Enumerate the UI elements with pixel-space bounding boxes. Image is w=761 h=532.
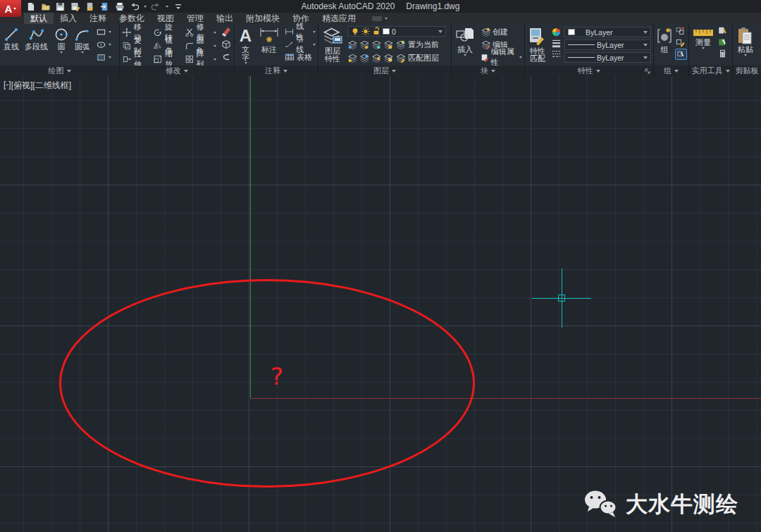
layer-properties-tool[interactable]: 图层特性 [321,26,345,63]
arc-dropdown-icon[interactable] [81,51,84,54]
object-color-combo[interactable]: ByLayer [564,27,651,37]
quick-select-icon[interactable] [717,37,728,47]
set-current-button[interactable]: 置为当前 [408,39,439,50]
panel-annotate: A 文字 标注 线性 引线 [235,24,318,76]
panel-label-layers[interactable]: 图层 [318,66,451,76]
panel-clipboard: 粘贴 剪贴板 [733,24,761,76]
rectangle-tool[interactable] [96,26,111,37]
tab-output[interactable]: 输出 [210,13,240,24]
leader-tool[interactable]: 引线 [285,39,316,50]
circle-dropdown-icon[interactable] [60,51,63,54]
save-icon[interactable] [55,1,66,11]
tab-insert[interactable]: 插入 [54,13,83,24]
drawing-canvas[interactable]: [-] [俯视] [二维线框] ? 大水牛测绘 [0,76,761,532]
plot-stamp-icon[interactable] [85,1,95,11]
group-tool[interactable]: 组 [655,26,674,54]
layer-off-icon[interactable] [347,40,357,49]
erase-icon[interactable] [221,26,232,37]
ribbon-tab-bar: 默认 插入 注释 参数化 视图 管理 输出 附加模块 协作 精选应用 [0,13,761,24]
match-layer-icon[interactable] [395,54,405,63]
edit-attributes-tool[interactable]: 编辑属性 [481,51,522,63]
group-selection-toggle[interactable] [675,49,687,60]
layer-isolate-icon[interactable] [359,40,369,49]
tab-addins[interactable]: 附加模块 [240,13,286,24]
viewport-minimize-control[interactable]: [-] [4,80,11,92]
qat-customize-icon[interactable] [173,1,183,11]
panel-label-modify[interactable]: 修改 [120,66,234,76]
panel-label-block[interactable]: 块 [452,66,524,76]
ungroup-icon[interactable] [675,26,687,36]
dimension-tool[interactable]: 标注 [257,26,281,54]
match-layer-button[interactable]: 匹配图层 [408,52,439,63]
redo-icon[interactable] [151,1,161,11]
properties-dialog-launcher-icon[interactable] [645,68,650,74]
text-tool[interactable]: A 文字 [237,26,254,65]
color-wheel-icon[interactable] [551,27,562,37]
layer-thaw-sun-icon [361,27,370,36]
quick-calc-icon[interactable] [717,49,728,58]
create-block-tool[interactable]: 创建 [481,26,522,37]
layer-freeze-icon[interactable] [371,40,380,49]
tab-home[interactable]: 默认 [24,13,54,24]
stretch-tool[interactable]: 拉伸 [122,54,149,65]
hatch-tool[interactable] [96,51,111,63]
layer-select-combo[interactable]: 0 [347,26,446,37]
match-properties-tool[interactable]: 特性匹配 [527,26,548,63]
viewport-visual-style-control[interactable]: [二维线框] [32,80,71,92]
ribbon-display-toggle[interactable] [372,13,388,24]
undo-icon[interactable] [129,1,140,11]
open-file-icon[interactable] [40,1,51,11]
panel-label-group[interactable]: 组 [654,66,688,76]
paste-tool[interactable]: 粘贴 [736,26,755,57]
point-style-icon[interactable] [717,26,728,36]
undo-dropdown-icon[interactable] [144,6,147,8]
circle-tool[interactable]: 圆 [52,26,70,54]
array-tool[interactable]: 阵列 [185,54,216,65]
drawn-ellipse[interactable] [59,279,475,488]
linetype-icon[interactable] [551,49,562,58]
join-icon[interactable] [221,51,232,63]
layer-freeze-all-icon[interactable] [371,54,380,63]
viewport-view-control[interactable]: [俯视] [11,80,33,92]
linetype-combo[interactable]: ByLayer [564,52,651,63]
panel-label-clipboard[interactable]: 剪贴板 [733,66,761,76]
tab-annotate[interactable]: 注释 [83,13,113,24]
table-tool[interactable]: 表格 [285,51,316,63]
polyline-tool[interactable]: 多段线 [23,26,49,51]
publish-icon[interactable] [99,1,110,11]
lineweight-icon[interactable] [551,39,562,48]
panel-layers: 图层特性 0 置为当前 [318,24,452,76]
layer-unlock-all-icon[interactable] [383,54,392,63]
measure-tool[interactable]: 测量 [691,26,715,50]
group-edit-icon[interactable] [675,37,687,47]
save-as-icon[interactable] [70,1,80,11]
text-icon: A [240,27,252,45]
explode-icon[interactable] [221,39,232,50]
lineweight-sample [568,44,595,45]
redo-dropdown-icon[interactable] [166,6,168,8]
panel-label-draw[interactable]: 绘图 [0,66,119,76]
panel-modify: 移动 旋转 修剪 复制 镜像 [120,24,235,76]
ellipse-tool[interactable] [96,39,111,50]
lineweight-combo[interactable]: ByLayer [564,39,651,50]
print-icon[interactable] [114,1,125,11]
layer-undo-icon[interactable] [347,54,357,63]
rectangle-dropdown-icon [109,31,111,33]
panel-label-annotate[interactable]: 注释 [235,66,318,76]
line-tool[interactable]: 直线 [2,26,20,51]
paste-dropdown-icon [744,54,747,56]
text-dropdown-icon [245,62,247,64]
hatch-dropdown-icon [109,56,111,58]
panel-label-utilities[interactable]: 实用工具 [689,66,732,76]
autocad-app-button[interactable]: A [0,0,21,17]
linear-dropdown-icon [313,31,316,33]
new-file-icon[interactable] [25,1,36,11]
arc-tool[interactable]: 圆弧 [73,26,92,54]
layer-lock-icon[interactable] [383,40,392,49]
set-current-layer-icon[interactable] [395,40,405,49]
insert-block-tool[interactable]: 插入 [454,26,476,57]
tab-featured-apps[interactable]: 精选应用 [316,13,362,24]
scale-tool[interactable]: 缩放 [153,54,180,65]
layer-walk-icon[interactable] [359,54,369,63]
panel-label-properties[interactable]: 特性 [525,66,653,76]
